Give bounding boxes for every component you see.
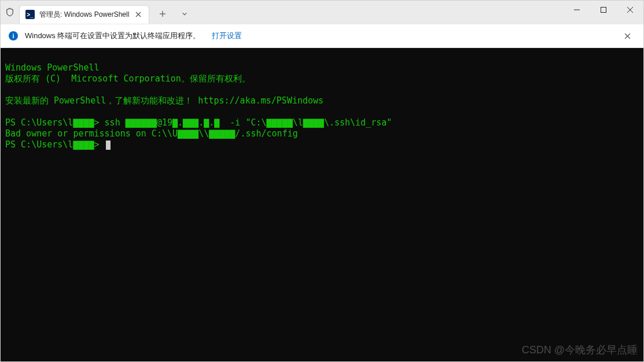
titlebar: >_ 管理员: Windows PowerShell: [1, 1, 643, 24]
info-message: Windows 终端可在设置中设置为默认终端应用程序。: [25, 31, 200, 41]
watermark: CSDN @今晚务必早点睡: [522, 345, 638, 356]
maximize-button[interactable]: [590, 1, 617, 19]
powershell-icon: >_: [25, 10, 35, 19]
terminal-prompt: PS C:\Users\l▇▇▇▇>: [5, 139, 100, 150]
window-controls: [564, 1, 643, 24]
open-settings-link[interactable]: 打开设置: [212, 31, 242, 41]
minimize-button[interactable]: [564, 1, 590, 19]
terminal-output: Bad owner or permissions on C:\\U▇▇▇▇\\▇…: [5, 128, 298, 139]
tab-powershell[interactable]: >_ 管理员: Windows PowerShell: [19, 5, 149, 24]
terminal-output: Windows PowerShell: [5, 62, 100, 73]
svg-rect-5: [601, 8, 606, 13]
new-tab-button[interactable]: [154, 5, 171, 23]
close-infobar-button[interactable]: [619, 28, 635, 44]
cursor-icon: [106, 141, 111, 150]
tab-title: 管理员: Windows PowerShell: [39, 10, 129, 20]
tab-close-button[interactable]: [134, 10, 143, 19]
terminal-prompt: PS C:\Users\l▇▇▇▇>: [5, 117, 100, 128]
info-bar: i Windows 终端可在设置中设置为默认终端应用程序。 打开设置: [1, 24, 643, 48]
shield-icon: [5, 8, 14, 17]
close-window-button[interactable]: [617, 1, 643, 19]
terminal-output: 安装最新的 PowerShell，了解新功能和改进！ https://aka.m…: [5, 95, 323, 106]
tab-dropdown-button[interactable]: [176, 5, 193, 23]
terminal-command: ssh ▇▇▇▇▇▇@19▇.▇▇▇.▇.▇ -i "C:\▇▇▇▇▇\l▇▇▇…: [100, 117, 392, 128]
window: >_ 管理员: Windows PowerShell: [0, 0, 644, 362]
terminal-pane[interactable]: Windows PowerShell 版权所有 (C) Microsoft Co…: [1, 48, 643, 361]
terminal-output: 版权所有 (C) Microsoft Corporation。保留所有权利。: [5, 73, 251, 84]
titlebar-left: >_ 管理员: Windows PowerShell: [1, 1, 193, 24]
info-icon: i: [9, 31, 18, 40]
